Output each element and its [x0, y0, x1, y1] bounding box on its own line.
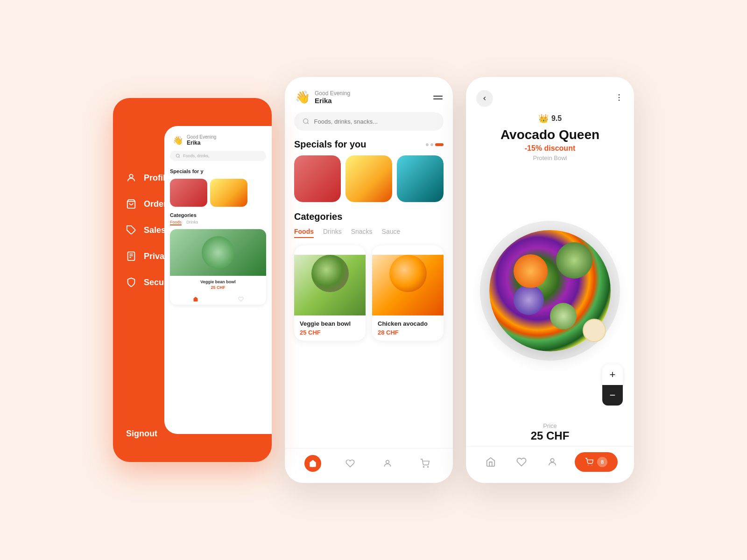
wave-icon: 👋 [295, 90, 310, 105]
preview-search: Foods, drinks, [170, 151, 266, 161]
home-header: 👋 Good Evening Erika [285, 77, 453, 112]
food-details-veggie: Veggie bean bowl 25 CHF [294, 315, 366, 341]
hamburger-menu-button[interactable] [433, 96, 443, 99]
preview-header: 👋 Good Evening Erika [164, 126, 272, 151]
nav-profile-button[interactable] [379, 455, 396, 472]
detail-subtitle: Protein Bowl [466, 154, 634, 161]
specials-section-header: Specials for you [285, 139, 453, 155]
preview-search-text: Foods, drinks, [183, 154, 210, 158]
add-to-cart-button[interactable]: 8 [575, 452, 618, 472]
home-detail-icon [486, 457, 496, 467]
heart-icon [345, 459, 355, 468]
rating-value: 9.5 [551, 114, 562, 123]
dot-1 [426, 143, 429, 146]
categories-title: Categories [294, 211, 444, 222]
food-img-chicken [372, 255, 444, 315]
preview-food-card: Veggie bean bowl 25 CHF [170, 229, 266, 305]
special-card-3[interactable] [397, 155, 444, 202]
preview-special-1 [170, 179, 207, 207]
food-card-veggie[interactable]: Veggie bean bowl 25 CHF [294, 245, 366, 341]
specials-title: Specials for you [294, 139, 366, 150]
tab-drinks[interactable]: Drinks [323, 228, 342, 238]
detail-food-name: Avocado Queen [466, 127, 634, 142]
food-name-veggie: Veggie bean bowl [300, 320, 360, 327]
tab-sauce[interactable]: Sauce [382, 228, 401, 238]
cart-nav-icon [420, 459, 430, 468]
price-value: 25 CHF [477, 429, 623, 442]
tab-snacks[interactable]: Snacks [351, 228, 373, 238]
svg-point-18 [588, 465, 589, 466]
person-icon [126, 173, 136, 183]
quantity-decrease-button[interactable]: − [602, 385, 623, 406]
preview-food-price: 25 CHF [174, 285, 262, 290]
categories-section: Categories Foods Drinks Snacks Sauce Veg… [285, 211, 453, 341]
bowl-light-green-section [550, 303, 577, 329]
svg-point-13 [428, 467, 429, 468]
dot-2 [430, 143, 433, 146]
specials-pagination [426, 143, 444, 146]
home-greeting-text: Good Evening [315, 90, 350, 97]
home-user-name: Erika [315, 97, 350, 105]
home-action-icon [193, 296, 198, 302]
food-details-chicken: Chicken avocado 28 CHF [372, 315, 444, 341]
svg-point-0 [129, 175, 133, 178]
svg-point-7 [176, 154, 179, 157]
person-nav-icon [383, 459, 392, 468]
svg-line-8 [179, 157, 180, 158]
quantity-controls: + − [602, 364, 623, 406]
svg-point-16 [619, 99, 620, 101]
preview-food-img [170, 229, 266, 276]
bowl-purple-section [514, 285, 544, 315]
food-price-chicken: 28 CHF [378, 329, 438, 336]
detail-rating: 👑 9.5 [466, 113, 634, 124]
food-bowl-image [489, 230, 611, 351]
svg-point-19 [592, 465, 592, 466]
nav-favorites-button[interactable] [342, 455, 359, 472]
shield-icon [126, 277, 136, 287]
preview-food-info: Veggie bean bowl 25 CHF [170, 276, 266, 294]
screen-detail: 👑 9.5 Avocado Queen -15% discount Protei… [466, 77, 634, 483]
chevron-left-icon [481, 95, 488, 102]
detail-nav-profile[interactable] [544, 454, 561, 470]
home-icon [309, 459, 317, 468]
detail-nav-home[interactable] [482, 454, 499, 470]
tag-icon [126, 225, 136, 235]
preview-tab-drinks[interactable]: Drinks [186, 220, 198, 225]
back-button[interactable] [476, 90, 493, 107]
detail-nav-favorites[interactable] [513, 454, 530, 470]
person-detail-icon [547, 457, 557, 467]
signout-button[interactable]: Signout [126, 429, 157, 439]
preview-food-name: Veggie bean bowl [174, 280, 262, 284]
screen-home: 👋 Good Evening Erika Specials for you [285, 77, 453, 483]
preview-tab-foods[interactable]: Foods [170, 220, 182, 225]
wave-emoji: 👋 [173, 135, 183, 146]
special-card-2[interactable] [345, 155, 392, 202]
svg-point-15 [619, 97, 620, 98]
bowl-inner-sauce [583, 319, 606, 342]
tab-foods[interactable]: Foods [294, 228, 314, 238]
food-grid: Veggie bean bowl 25 CHF Chicken avocado … [294, 245, 444, 341]
detail-bottom-nav: 8 [466, 446, 634, 483]
detail-header [466, 77, 634, 113]
screen-menu: Profile Orders [113, 98, 272, 462]
nav-home-button[interactable] [304, 455, 321, 472]
bowl-orange-section [514, 254, 548, 288]
nav-cart-button[interactable] [416, 455, 433, 472]
svg-point-12 [423, 467, 424, 468]
search-input[interactable] [314, 118, 435, 125]
detail-image-area: + − [466, 166, 634, 415]
more-options-button[interactable] [614, 93, 624, 105]
food-card-chicken[interactable]: Chicken avocado 28 CHF [372, 245, 444, 341]
quantity-increase-button[interactable]: + [602, 364, 623, 385]
category-tabs: Foods Drinks Snacks Sauce [294, 228, 444, 238]
food-price-veggie: 25 CHF [300, 329, 360, 336]
preview-greeting: Good Evening [187, 134, 216, 140]
heart-detail-icon [516, 457, 527, 467]
preview-categories-title: Categories [164, 209, 272, 220]
price-label: Price [477, 422, 623, 429]
svg-line-10 [307, 123, 309, 124]
bowl-green-section [556, 242, 592, 279]
home-search-bar[interactable] [294, 112, 444, 131]
special-card-1[interactable] [294, 155, 341, 202]
food-name-chicken: Chicken avocado [378, 320, 438, 327]
